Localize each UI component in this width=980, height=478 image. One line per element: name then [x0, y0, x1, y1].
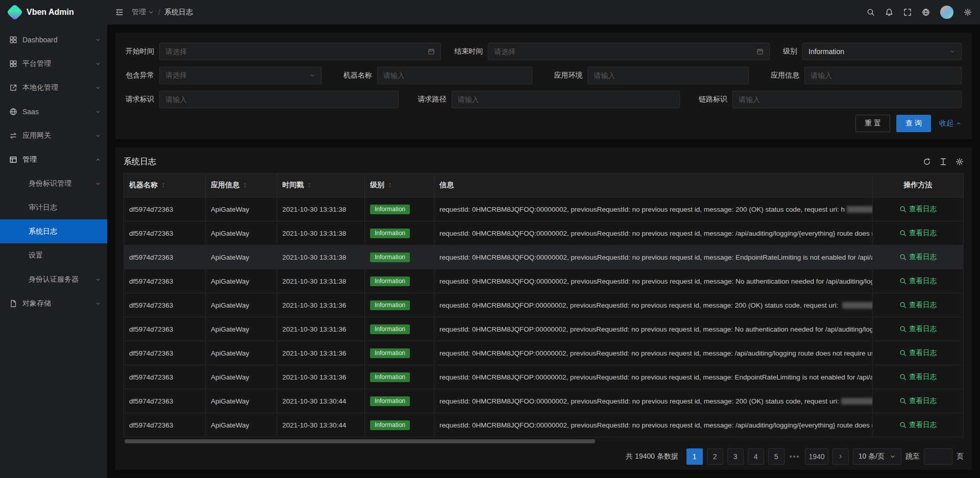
request-id-field: 请求标识	[126, 91, 399, 108]
search-icon[interactable]	[867, 8, 875, 16]
end-time-field: 结束时间	[454, 43, 770, 60]
sort-icon[interactable]	[387, 182, 393, 188]
refresh-icon[interactable]	[923, 158, 931, 166]
bell-icon[interactable]	[885, 8, 893, 16]
view-log-button[interactable]: 查看日志	[899, 276, 937, 286]
app-env-input[interactable]	[594, 71, 743, 80]
chevron-down-icon	[95, 276, 101, 283]
sidebar-item-localization[interactable]: 本地化管理	[0, 76, 107, 99]
level-cell: Information	[365, 245, 434, 269]
horizontal-scrollbar[interactable]	[124, 438, 964, 444]
logo[interactable]: Vben Admin	[0, 0, 107, 24]
trace-id-input[interactable]	[739, 95, 955, 104]
view-log-button[interactable]: 查看日志	[899, 205, 937, 214]
request-id-box	[159, 91, 399, 108]
sidebar-item-auth-server[interactable]: 身份认证服务器	[0, 267, 107, 291]
level-badge: Information	[370, 396, 410, 406]
sidebar-item-saas[interactable]: Saas	[0, 99, 107, 123]
gateway-icon	[9, 132, 17, 140]
sort-icon[interactable]	[160, 182, 166, 188]
app-info-cell: ApiGateWay	[206, 269, 277, 293]
view-log-button[interactable]: 查看日志	[899, 253, 937, 262]
page-button-3[interactable]: 3	[727, 448, 744, 465]
sidebar-item-manage[interactable]: 管理	[0, 147, 107, 171]
column-header-app[interactable]: 应用信息	[206, 173, 277, 197]
chevron-down-icon	[309, 72, 315, 79]
translate-icon[interactable]	[922, 8, 930, 16]
page-button-last[interactable]: 1940	[805, 448, 828, 465]
sort-icon[interactable]	[306, 182, 312, 188]
view-log-button[interactable]: 查看日志	[899, 372, 937, 382]
message-cell: requestId: 0HMCRBM8JQFOP:00000002, previ…	[434, 317, 873, 341]
reset-button[interactable]: 重 置	[855, 115, 890, 132]
view-log-button[interactable]: 查看日志	[899, 229, 937, 238]
sidebar-item-audit-logs[interactable]: 审计日志	[0, 195, 107, 219]
exception-select[interactable]: 请选择	[159, 67, 322, 84]
machine-name-input[interactable]	[383, 71, 526, 80]
magnifier-icon	[899, 206, 906, 213]
end-time-picker[interactable]	[488, 43, 770, 60]
table-row[interactable]: df5974d72363 ApiGateWay 2021-10-30 13:31…	[124, 197, 964, 221]
app-info-input[interactable]	[811, 71, 955, 80]
start-time-picker[interactable]	[159, 43, 441, 60]
message-text: requestId: 0HMCRBM8JQFOP:00000002, previ…	[439, 301, 840, 309]
table-row[interactable]: df5974d72363 ApiGateWay 2021-10-30 13:31…	[124, 293, 964, 317]
view-log-button[interactable]: 查看日志	[899, 420, 937, 430]
request-id-input[interactable]	[165, 95, 393, 104]
view-log-button[interactable]: 查看日志	[899, 324, 937, 334]
end-time-input[interactable]	[494, 47, 752, 56]
sidebar-item-object-storage[interactable]: 对象存储	[0, 291, 107, 315]
query-button[interactable]: 查 询	[896, 115, 931, 132]
sidebar-item-dashboard[interactable]: Dashboard	[0, 28, 107, 52]
avatar[interactable]	[940, 6, 953, 19]
table-row[interactable]: df5974d72363 ApiGateWay 2021-10-30 13:31…	[124, 365, 964, 389]
page-button-2[interactable]: 2	[707, 448, 723, 465]
table-row[interactable]: df5974d72363 ApiGateWay 2021-10-30 13:30…	[124, 413, 964, 437]
jump-page-input[interactable]	[924, 448, 952, 465]
log-table: 机器名称 应用信息 时间戳	[124, 173, 964, 437]
level-select[interactable]: Information	[802, 43, 962, 60]
app-info-cell: ApiGateWay	[206, 341, 277, 365]
sort-icon[interactable]	[242, 182, 248, 188]
sidebar-item-system-logs[interactable]: 系统日志	[0, 219, 107, 243]
message-cell: requestId: 0HMCRBM8JQFOP:00000002, previ…	[434, 365, 873, 389]
request-path-input[interactable]	[458, 95, 674, 104]
page-button-4[interactable]: 4	[748, 448, 764, 465]
table-row[interactable]: df5974d72363 ApiGateWay 2021-10-30 13:31…	[124, 269, 964, 293]
table-row[interactable]: df5974d72363 ApiGateWay 2021-10-30 13:31…	[124, 317, 964, 341]
sidebar-item-gateway[interactable]: 应用网关	[0, 123, 107, 147]
menu-fold-icon[interactable]	[115, 8, 124, 16]
fullscreen-icon[interactable]	[903, 8, 912, 16]
saas-icon	[9, 108, 17, 116]
table-row[interactable]: df5974d72363 ApiGateWay 2021-10-30 13:31…	[124, 341, 964, 365]
sidebar-item-settings[interactable]: 设置	[0, 243, 107, 267]
sidebar-item-platform[interactable]: 平台管理	[0, 52, 107, 76]
sidebar-item-identity-management[interactable]: 身份标识管理	[0, 171, 107, 195]
level-select-value: Information	[808, 47, 945, 56]
column-settings-icon[interactable]	[955, 158, 964, 166]
page-ellipsis[interactable]: •••	[789, 452, 801, 461]
column-header-level[interactable]: 级别	[365, 173, 434, 197]
platform-icon	[9, 60, 17, 68]
gear-icon[interactable]	[964, 8, 972, 16]
column-header-timestamp[interactable]: 时间戳	[277, 173, 365, 197]
column-header-machine[interactable]: 机器名称	[124, 173, 206, 197]
chevron-up-icon	[95, 157, 101, 163]
page-size-select[interactable]: 10 条/页	[853, 448, 901, 465]
view-log-button[interactable]: 查看日志	[899, 348, 937, 358]
row-height-icon[interactable]	[939, 158, 947, 166]
table-row[interactable]: df5974d72363 ApiGateWay 2021-10-30 13:31…	[124, 221, 964, 245]
view-log-button[interactable]: 查看日志	[899, 396, 937, 406]
trace-id-field: 链路标识	[699, 91, 962, 108]
page-button-1[interactable]: 1	[687, 448, 703, 465]
collapse-toggle[interactable]: 收起	[939, 119, 962, 128]
scrollbar-thumb[interactable]	[125, 439, 595, 443]
table-row[interactable]: df5974d72363 ApiGateWay 2021-10-30 13:31…	[124, 245, 964, 269]
table-row[interactable]: df5974d72363 ApiGateWay 2021-10-30 13:30…	[124, 389, 964, 413]
breadcrumb-parent[interactable]: 管理	[132, 8, 154, 17]
page-button-5[interactable]: 5	[768, 448, 785, 465]
start-time-input[interactable]	[165, 47, 424, 56]
next-page-button[interactable]	[832, 448, 849, 465]
machine-name-label: 机器名称	[344, 71, 372, 80]
view-log-button[interactable]: 查看日志	[899, 300, 937, 310]
